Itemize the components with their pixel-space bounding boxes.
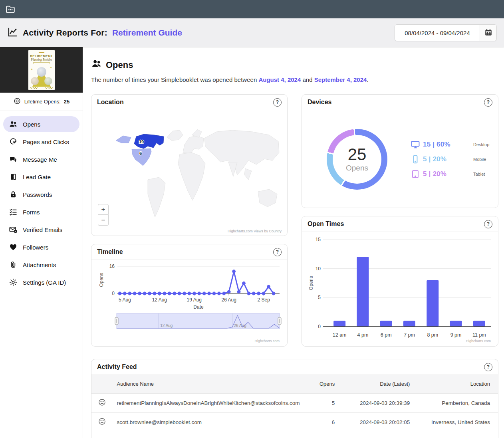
help-icon[interactable]: ? [484,98,492,107]
timeline-navigator[interactable]: 12 Aug26 Aug [115,313,281,329]
world-map: 19 6 [97,113,282,231]
main-content: Opens The number of times your Simpleboo… [83,47,504,438]
end-date-link[interactable]: September 4, 2024 [314,76,367,83]
heart-icon [9,243,18,252]
checklist-icon [9,208,18,216]
svg-text:8 pm: 8 pm [427,332,438,338]
feed-header-row: Audience Name Opens Date (Latest) Locati… [91,375,498,393]
svg-text:16: 16 [109,264,115,269]
sidebar-item-message-me[interactable]: Message Me [3,151,79,167]
svg-text:15: 15 [315,237,321,242]
mobile-icon [411,155,420,164]
lifetime-opens-label: Lifetime Opens: [24,99,61,105]
start-date-link[interactable]: August 4, 2024 [258,76,301,83]
top-navbar [0,0,504,18]
highcharts-credit[interactable]: Highcharts.com [254,339,280,343]
help-icon[interactable]: ? [273,248,282,256]
sidebar-item-label: Followers [23,244,48,251]
feed-header-audience: Audience Name [113,375,300,393]
timeline-series[interactable] [118,270,276,295]
feed-date: 2024-09-03 20:39:39 [337,393,412,412]
bar-series[interactable] [333,257,485,327]
desktop-icon [411,140,420,149]
svg-text:2 Sep: 2 Sep [258,297,270,303]
click-icon [9,137,18,146]
sidebar-item-passwords[interactable]: Passwords [3,186,79,202]
lock-icon [9,190,18,199]
calendar-icon [484,28,493,38]
mail-check-icon [9,225,18,234]
devices-card: Devices ? 25 Opens [302,94,498,208]
svg-text:12 Aug: 12 Aug [160,323,173,328]
help-icon[interactable]: ? [484,363,492,371]
svg-text:4 pm: 4 pm [357,332,369,338]
tablet-icon [411,169,420,179]
devices-total: 25 [348,146,367,163]
chat-icon [9,155,18,164]
sidebar-item-verified-emails[interactable]: Verified Emails [3,222,79,238]
svg-text:7 pm: 7 pm [404,332,415,338]
open-times-chart: 051015Opens12 am4 pm6 pm7 pm8 pm9 pm11 p… [307,232,492,346]
svg-text:5: 5 [318,295,321,300]
feed-header-date: Date (Latest) [337,375,412,393]
lifetime-opens-value: 25 [64,99,69,105]
people-icon [9,120,18,129]
calendar-button[interactable] [480,25,496,41]
help-icon[interactable]: ? [484,220,492,228]
sidebar-item-attachments[interactable]: Attachments [3,257,79,273]
booklet-title-link[interactable]: Retirement Guide [112,28,182,38]
sidebar-menu: OpensPages and ClicksMessage MeLead Gate… [0,111,83,297]
tablet-label: Tablet [473,172,498,176]
sidebar-item-label: Opens [23,121,40,128]
sidebar-item-pages-and-clicks[interactable]: Pages and Clicks [3,134,79,150]
open-times-card: Open Times ? 051015Opens12 am4 pm6 pm7 p… [302,216,498,347]
eye-icon [13,97,21,106]
door-icon [9,172,18,181]
sidebar-item-opens[interactable]: Opens [3,116,79,132]
sidebar-item-label: Passwords [23,191,52,198]
devices-donut-chart[interactable]: 25 Opens [327,129,387,190]
feed-location: Pemberton, Canada [412,393,498,412]
sidebar-item-label: Forms [23,209,40,216]
booklet-cover-thumbnail[interactable]: RETIREMENT Planning Booklet ✦ ✦ [28,50,55,90]
mobile-value: 5 | 20% [423,155,446,163]
map-credits[interactable]: Highcharts.com Views by Country [228,229,282,233]
chart-line-icon [7,27,18,39]
sidebar-item-forms[interactable]: Forms [3,204,79,220]
page-header: Activity Reports For: Retirement Guide [0,18,504,47]
location-card: Location ? [91,94,288,236]
map-zoom-out-button[interactable]: − [98,215,109,226]
open-times-card-title: Open Times [308,220,344,228]
help-icon[interactable]: ? [273,98,282,107]
feed-header-opens: Opens [300,375,337,393]
opens-heading: Opens [91,58,498,71]
feed-opens: 6 [300,412,337,432]
page-title: Activity Reports For: [23,28,107,38]
sidebar-item-label: Pages and Clicks [23,139,69,145]
sidebar-item-label: Message Me [23,156,57,163]
activity-feed-card-title: Activity Feed [97,363,137,371]
cover-title: RETIREMENT [28,54,55,58]
opens-heading-label: Opens [106,60,133,70]
map-zoom-in-button[interactable]: + [98,204,109,215]
paperclip-icon [9,260,18,269]
feed-row[interactable]: retirementPlanningIsAlwaysDoneInABrightW… [91,393,498,412]
sidebar-item-settings-ga-id[interactable]: Settings (GA ID) [3,274,79,290]
feed-header-location: Location [412,375,498,393]
cover-hatch [30,87,38,89]
neutral-face-icon [91,393,113,412]
booklet-icon[interactable] [5,4,16,14]
sidebar-item-followers[interactable]: Followers [3,239,79,255]
feed-header-icon-col [91,375,113,393]
sparkle-icon: ✦ [31,68,33,71]
highcharts-credit[interactable]: Highcharts.com [466,339,491,343]
feed-row[interactable]: scott.brownlee@simplebooklet.com62024-09… [91,412,498,432]
cover-tagline [33,62,50,64]
activity-feed-card: Activity Feed ? Audience Name Opens Date… [91,359,498,438]
date-range-input[interactable] [395,25,480,41]
sidebar-item-lead-gate[interactable]: Lead Gate [3,169,79,185]
map-label-canada: 19 [139,139,144,144]
location-card-title: Location [97,99,124,106]
svg-text:Date: Date [193,304,204,310]
timeline-card-title: Timeline [97,248,123,256]
